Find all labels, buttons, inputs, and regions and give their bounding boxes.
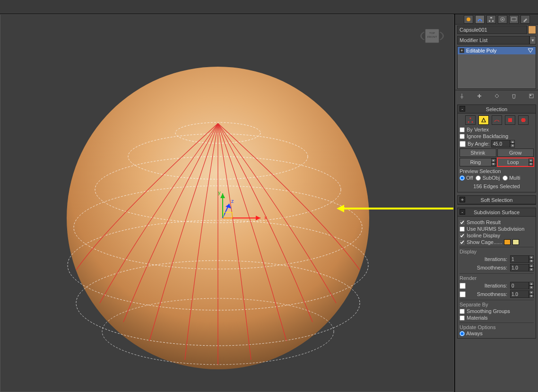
- configure-sets-icon[interactable]: [528, 92, 535, 100]
- check-render-smoothness[interactable]: [460, 291, 466, 297]
- group-display: Display: [460, 247, 534, 254]
- tab-hierarchy[interactable]: [486, 15, 496, 24]
- spin-up-icon[interactable]: ▲: [510, 140, 515, 144]
- subobj-border[interactable]: [492, 115, 502, 125]
- svg-rect-31: [508, 118, 512, 122]
- svg-point-4: [68, 220, 368, 310]
- radio-always[interactable]: [460, 331, 465, 336]
- svg-point-2: [95, 157, 341, 223]
- svg-point-29: [471, 122, 473, 123]
- subobj-vertex[interactable]: [465, 115, 476, 125]
- svg-rect-25: [477, 96, 481, 96]
- svg-rect-23: [512, 17, 516, 21]
- panel-tabs: [455, 14, 538, 25]
- tab-modify[interactable]: [475, 15, 485, 24]
- group-update: Update Options: [460, 322, 534, 330]
- annotation-arrow: [338, 208, 454, 209]
- render-iterations-input: [510, 282, 529, 289]
- check-ignore-backfacing[interactable]: [460, 134, 465, 139]
- display-iterations-input[interactable]: [510, 255, 529, 263]
- tab-utilities[interactable]: [521, 15, 530, 24]
- rollout-head-selection[interactable]: - Selection: [458, 105, 536, 113]
- command-panel: Modifier List ▼ + Editable Poly - Select…: [455, 14, 538, 392]
- shrink-button[interactable]: Shrink: [460, 148, 496, 157]
- check-show-cage[interactable]: [460, 240, 465, 245]
- pin-stack-icon[interactable]: [458, 92, 466, 100]
- ring-button[interactable]: Ring▲▼: [460, 158, 496, 166]
- modifier-list-dropdown[interactable]: Modifier List: [457, 36, 529, 44]
- object-name-input[interactable]: [457, 26, 527, 34]
- viewport[interactable]: x y z TOPFRONT: [0, 14, 454, 392]
- subobj-polygon[interactable]: [505, 115, 515, 125]
- tab-create[interactable]: [464, 15, 473, 24]
- svg-point-5: [76, 261, 360, 346]
- mesh-sphere[interactable]: [67, 67, 369, 369]
- check-smooth-result[interactable]: [460, 220, 465, 225]
- modifier-stack[interactable]: + Editable Poly: [458, 47, 536, 88]
- show-end-result-icon[interactable]: [476, 92, 483, 100]
- collapse-icon: -: [460, 106, 465, 112]
- rollout-head-subdiv[interactable]: - Subdivision Surface: [458, 208, 536, 217]
- svg-rect-20: [492, 20, 494, 22]
- check-by-vertex[interactable]: [460, 127, 465, 132]
- render-smoothness-input: [510, 290, 529, 298]
- rollout-head-soft-selection[interactable]: + Soft Selection: [458, 196, 536, 204]
- svg-rect-27: [530, 95, 531, 96]
- spin-down-icon[interactable]: ▼: [510, 144, 515, 148]
- cage-color-2[interactable]: [512, 239, 519, 245]
- subobj-element[interactable]: [518, 115, 529, 125]
- expand-icon: +: [460, 197, 465, 202]
- svg-rect-18: [490, 17, 492, 18]
- radio-off[interactable]: [460, 175, 465, 181]
- stack-item-editable-poly[interactable]: + Editable Poly: [458, 47, 536, 54]
- svg-point-22: [502, 18, 503, 20]
- radio-multi[interactable]: [503, 175, 508, 181]
- radio-subobj[interactable]: [476, 175, 481, 181]
- stack-item-icon: [527, 48, 534, 53]
- grow-button[interactable]: Grow: [497, 148, 534, 157]
- check-materials[interactable]: [460, 315, 465, 321]
- collapse-icon: -: [460, 209, 465, 215]
- wireframe-overlay: [67, 67, 369, 369]
- cage-color-1[interactable]: [504, 239, 511, 245]
- view-cube[interactable]: TOPFRONT: [420, 24, 444, 48]
- rollout-soft-selection: + Soft Selection: [457, 195, 536, 205]
- check-render-iterations[interactable]: [460, 283, 466, 289]
- rollout-selection: - Selection By Vertex Ignore Backfacing …: [457, 105, 536, 192]
- chevron-down-icon[interactable]: ▼: [529, 36, 536, 44]
- remove-modifier-icon[interactable]: [510, 92, 518, 100]
- svg-point-1: [128, 134, 308, 179]
- stack-item-label: Editable Poly: [466, 48, 496, 53]
- svg-rect-19: [489, 20, 490, 22]
- svg-point-0: [175, 122, 260, 143]
- preview-label: Preview Selection: [460, 168, 534, 174]
- svg-point-3: [74, 186, 362, 269]
- stack-toolbar: [455, 90, 538, 102]
- display-smoothness-input[interactable]: [510, 264, 529, 271]
- expand-icon[interactable]: +: [460, 48, 464, 53]
- check-isoline[interactable]: [460, 233, 465, 238]
- rollout-subdiv: - Subdivision Surface Smooth Result Use …: [457, 208, 536, 339]
- group-render: Render: [460, 273, 534, 281]
- make-unique-icon[interactable]: [493, 92, 501, 100]
- svg-point-6: [102, 298, 334, 365]
- menu-bar: [0, 0, 538, 14]
- group-separate: Separate By: [460, 300, 534, 307]
- svg-point-28: [468, 122, 469, 123]
- angle-input[interactable]: [491, 140, 510, 148]
- check-by-angle[interactable]: [460, 141, 466, 147]
- subobj-edge[interactable]: [478, 115, 489, 125]
- loop-button[interactable]: Loop▲▼: [497, 158, 534, 166]
- tab-display[interactable]: [509, 15, 519, 24]
- svg-point-30: [469, 118, 471, 119]
- selection-info: 156 Edges Selected: [460, 183, 534, 189]
- check-smoothing-groups[interactable]: [460, 309, 465, 314]
- tab-motion[interactable]: [498, 15, 507, 24]
- object-color-swatch[interactable]: [528, 26, 536, 34]
- check-nurms[interactable]: [460, 226, 465, 232]
- svg-point-17: [467, 17, 470, 21]
- modifier-list-label: Modifier List: [460, 37, 487, 43]
